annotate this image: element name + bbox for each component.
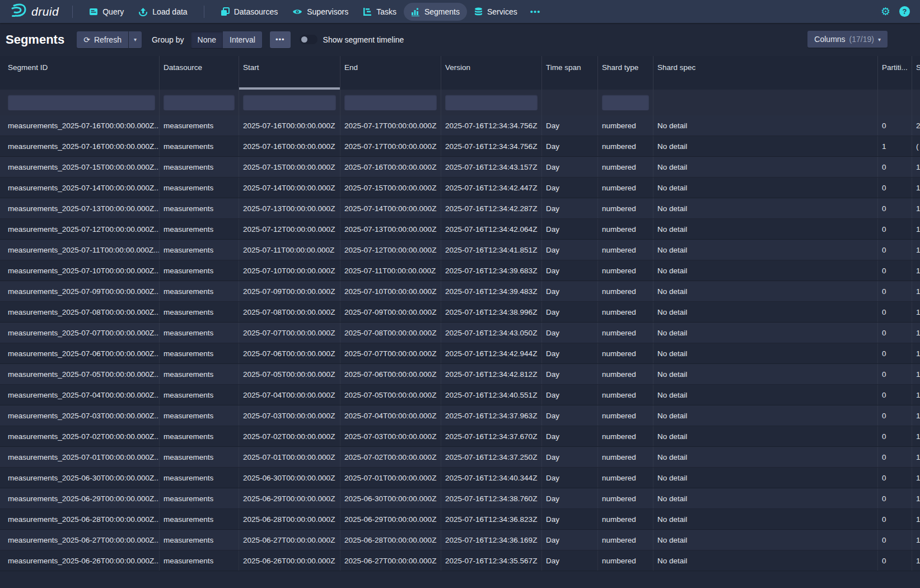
cell-time_span: Day	[542, 323, 598, 343]
cell-datasource: measurements	[160, 509, 239, 529]
more-options-button[interactable]: •••	[270, 31, 291, 48]
chevron-down-icon: ▾	[878, 36, 881, 43]
cell-size: 1	[912, 178, 920, 198]
nav-more-button[interactable]: •••	[525, 7, 547, 16]
filter-input-datasource[interactable]	[164, 95, 235, 110]
cell-shard_spec: No detail	[653, 136, 878, 156]
group-by-label: Group by	[152, 35, 184, 44]
cell-datasource: measurements	[160, 488, 239, 508]
nav-item-label: Load data	[152, 7, 187, 16]
cell-id: measurements_2025-07-15T00:00:00.000Z...	[0, 157, 160, 177]
column-header-shard_spec[interactable]: Shard spec	[653, 56, 878, 90]
nav-item-tasks[interactable]: Tasks	[356, 3, 404, 21]
segment-timeline-toggle[interactable]	[300, 35, 317, 44]
cell-start: 2025-07-06T00:00:00.000Z	[239, 343, 340, 363]
nav-item-query[interactable]: Query	[82, 3, 131, 21]
cell-end: 2025-07-16T00:00:00.000Z	[340, 157, 441, 177]
filter-input-shard_type[interactable]	[602, 95, 649, 110]
nav-item-services[interactable]: Services	[467, 3, 525, 21]
nav-item-segments[interactable]: Segments	[404, 3, 467, 21]
cell-id: measurements_2025-07-11T00:00:00.000Z...	[0, 240, 160, 260]
cell-id: measurements_2025-07-02T00:00:00.000Z...	[0, 426, 160, 446]
column-header-end[interactable]: End	[340, 56, 441, 90]
filter-cell-shard_spec	[653, 90, 878, 115]
cell-size: 1	[912, 385, 920, 405]
column-header-time_span[interactable]: Time span	[542, 56, 598, 90]
cell-shard_spec: No detail	[653, 157, 878, 177]
cell-time_span: Day	[542, 447, 598, 467]
cell-id: measurements_2025-07-08T00:00:00.000Z...	[0, 302, 160, 322]
column-header-start[interactable]: Start	[239, 56, 340, 90]
cell-partition: 0	[878, 426, 912, 446]
cell-shard_type: numbered	[598, 405, 653, 426]
cell-end: 2025-07-03T00:00:00.000Z	[340, 426, 441, 446]
cell-end: 2025-07-09T00:00:00.000Z	[340, 302, 441, 322]
cell-time_span: Day	[542, 343, 598, 363]
cell-size: 2	[912, 115, 920, 136]
nav-item-datasources[interactable]: Datasources	[213, 3, 286, 21]
druid-logo-icon	[10, 2, 27, 21]
cell-shard_type: numbered	[598, 447, 653, 467]
cell-time_span: Day	[542, 530, 598, 550]
cell-end: 2025-07-01T00:00:00.000Z	[340, 468, 441, 488]
refresh-caret-button[interactable]: ▾	[129, 31, 142, 48]
cell-datasource: measurements	[160, 405, 239, 426]
cell-shard_type: numbered	[598, 550, 653, 571]
table-row: measurements_2025-06-30T00:00:00.000Z...…	[0, 468, 920, 488]
cell-datasource: measurements	[160, 302, 239, 322]
table-row: measurements_2025-07-12T00:00:00.000Z...…	[0, 219, 920, 240]
cell-end: 2025-07-10T00:00:00.000Z	[340, 281, 441, 301]
cell-partition: 0	[878, 488, 912, 508]
cell-shard_spec: No detail	[653, 323, 878, 343]
table-row: measurements_2025-06-28T00:00:00.000Z...…	[0, 509, 920, 530]
cell-shard_spec: No detail	[653, 405, 878, 426]
cell-version: 2025-07-16T12:34:35.567Z	[441, 550, 542, 571]
group-by-none-button[interactable]: None	[191, 31, 223, 48]
columns-picker-button[interactable]: Columns (17/19) ▾	[807, 31, 888, 48]
cell-end: 2025-07-06T00:00:00.000Z	[340, 364, 441, 384]
filter-input-version[interactable]	[445, 95, 538, 110]
nav-item-label: Supervisors	[307, 7, 348, 16]
column-header-size[interactable]: S	[912, 56, 920, 90]
settings-gear-icon[interactable]: ⚙	[881, 6, 890, 17]
cell-shard_spec: No detail	[653, 426, 878, 446]
column-header-id[interactable]: Segment ID	[0, 56, 160, 90]
column-header-version[interactable]: Version	[441, 56, 542, 90]
cell-datasource: measurements	[160, 240, 239, 260]
nav-item-supervisors[interactable]: Supervisors	[285, 3, 356, 21]
cell-partition: 0	[878, 447, 912, 467]
page-title: Segments	[6, 32, 64, 47]
column-header-partition[interactable]: Partiti...	[878, 56, 912, 90]
druid-logo[interactable]: druid	[8, 2, 63, 21]
nav-item-load-data[interactable]: Load data	[131, 3, 194, 21]
cell-version: 2025-07-16T12:34:39.683Z	[441, 260, 542, 281]
cell-shard_type: numbered	[598, 426, 653, 446]
nav-item-label: Segments	[424, 7, 460, 16]
column-header-shard_type[interactable]: Shard type	[598, 56, 653, 90]
cell-shard_type: numbered	[598, 219, 653, 239]
cell-shard_spec: No detail	[653, 281, 878, 301]
filter-cell-size	[912, 90, 920, 115]
group-by-interval-button[interactable]: Interval	[223, 31, 262, 48]
cell-shard_type: numbered	[598, 385, 653, 405]
bar-chart-icon	[411, 7, 420, 16]
table-row: measurements_2025-07-10T00:00:00.000Z...…	[0, 260, 920, 281]
cell-size: 1	[912, 364, 920, 384]
cell-size: 1	[912, 550, 920, 571]
help-icon[interactable]: ?	[899, 6, 910, 17]
cell-end: 2025-07-04T00:00:00.000Z	[340, 405, 441, 426]
table-row: measurements_2025-07-15T00:00:00.000Z...…	[0, 157, 920, 178]
cell-size: 1	[912, 240, 920, 260]
cell-shard_spec: No detail	[653, 550, 878, 571]
filter-cell-shard_type	[598, 90, 653, 115]
filter-input-start[interactable]	[243, 95, 336, 110]
filter-input-id[interactable]	[8, 95, 155, 110]
column-header-datasource[interactable]: Datasource	[160, 56, 239, 90]
cell-version: 2025-07-16T12:34:38.760Z	[441, 488, 542, 508]
cell-version: 2025-07-16T12:34:36.169Z	[441, 530, 542, 550]
cell-start: 2025-06-30T00:00:00.000Z	[239, 468, 340, 488]
filter-cell-datasource	[160, 90, 239, 115]
filter-input-end[interactable]	[344, 95, 437, 110]
refresh-button[interactable]: ⟳ Refresh	[77, 31, 128, 48]
refresh-label: Refresh	[94, 35, 122, 44]
